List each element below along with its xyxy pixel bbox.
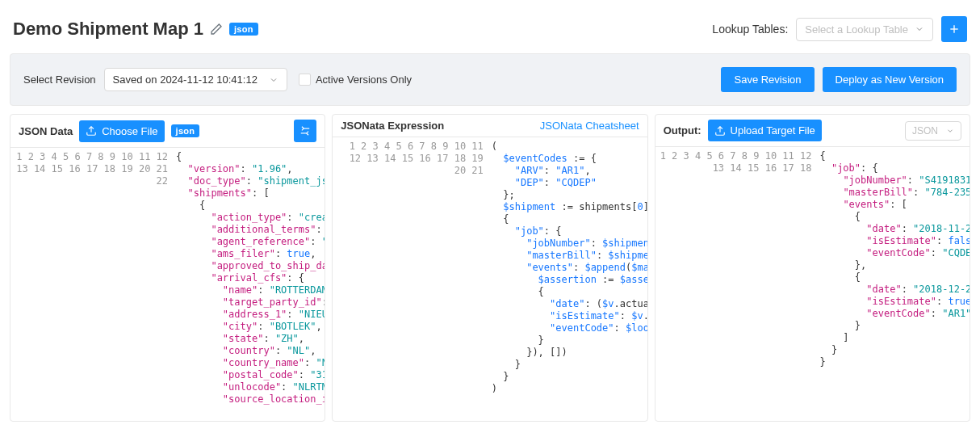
output-title: Output: [664,124,701,137]
output-editor[interactable]: 1 2 3 4 5 6 7 8 9 10 11 12 13 14 15 16 1… [655,147,970,372]
json-data-title: JSON Data [19,125,73,137]
choose-file-label: Choose File [102,125,157,137]
add-lookup-table-button[interactable] [941,16,967,42]
jsonata-panel: JSONata Expression JSONata Cheatsheet 1 … [332,114,647,422]
jsonata-title: JSONata Expression [341,120,444,132]
upload-target-file-button[interactable]: Upload Target File [708,120,822,141]
lookup-select-placeholder: Select a Lookup Table [805,23,908,36]
json-data-editor[interactable]: 1 2 3 4 5 6 7 8 9 10 11 12 13 14 15 16 1… [10,148,325,421]
json-badge: json [171,124,200,137]
deploy-version-button[interactable]: Deploy as New Version [823,67,957,92]
active-versions-label: Active Versions Only [316,74,412,86]
choose-file-button[interactable]: Choose File [79,120,164,142]
lookup-table-select[interactable]: Select a Lookup Table [796,18,933,41]
active-versions-checkbox[interactable] [299,74,311,86]
output-panel: Output: Upload Target File JSON 1 2 3 4 … [655,114,970,422]
revision-value: Saved on 2024-11-12 10:41:12 [113,74,258,86]
chevron-down-icon [915,24,924,34]
json-data-panel: JSON Data Choose File json 1 2 3 4 5 6 7… [10,114,325,422]
chevron-down-icon [269,75,279,85]
chevron-down-icon [946,127,954,135]
revision-select[interactable]: Saved on 2024-11-12 10:41:12 [104,68,287,91]
jsonata-cheatsheet-link[interactable]: JSONata Cheatsheet [540,120,639,132]
save-revision-button[interactable]: Save Revision [721,67,814,92]
title-json-badge: json [229,23,258,36]
format-json-button[interactable] [294,120,316,142]
page-title: Demo Shipment Map 1 [13,19,203,40]
select-revision-label: Select Revision [23,74,96,86]
output-format-value: JSON [912,125,938,137]
output-format-select[interactable]: JSON [905,121,961,141]
upload-target-label: Upload Target File [731,124,815,137]
jsonata-editor[interactable]: 1 2 3 4 5 6 7 8 9 10 11 12 13 14 15 16 1… [333,137,647,398]
lookup-tables-label: Lookup Tables: [712,23,788,36]
edit-title-icon[interactable] [210,23,223,36]
